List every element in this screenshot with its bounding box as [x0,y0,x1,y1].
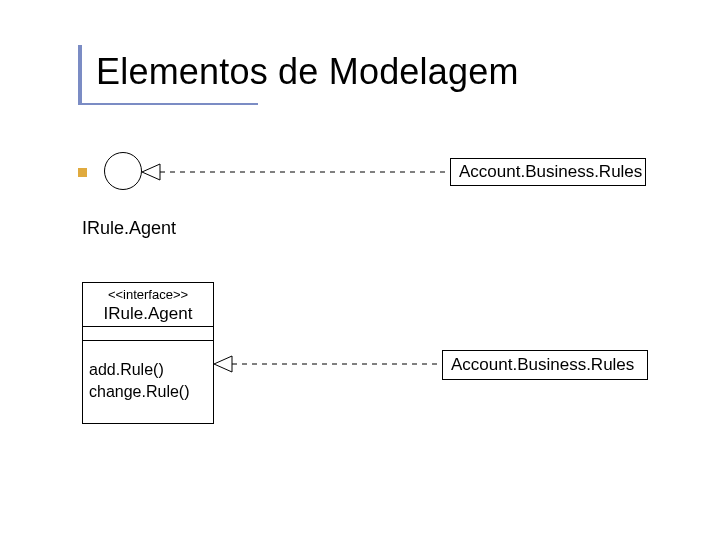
lollipop-interface-icon [104,152,142,190]
svg-marker-2 [214,356,232,372]
realization-arrow-top [142,160,450,200]
interface-header: <<interface>> IRule.Agent [83,283,213,327]
interface-attributes [83,327,213,341]
slide: Elementos de Modelagem Account.Business.… [0,0,720,540]
account-business-rules-label-2: Account.Business.Rules [443,351,647,375]
operation-item: change.Rule() [89,381,207,403]
realization-arrow-bottom [214,352,442,392]
account-business-rules-box-2: Account.Business.Rules [442,350,648,380]
account-business-rules-box-1: Account.Business.Rules [450,158,646,186]
title-underline [78,103,258,105]
title-accent [78,45,82,103]
operation-item: add.Rule() [89,359,207,381]
irule-agent-label: IRule.Agent [82,218,176,239]
title-bar: Elementos de Modelagem [78,45,638,103]
interface-name: IRule.Agent [87,302,209,324]
bullet-icon [78,168,87,177]
account-business-rules-label-1: Account.Business.Rules [451,159,645,182]
interface-operations: add.Rule() change.Rule() [83,341,213,423]
svg-marker-0 [142,164,160,180]
page-title: Elementos de Modelagem [96,51,519,93]
interface-stereotype: <<interface>> [87,287,209,302]
interface-class-box: <<interface>> IRule.Agent add.Rule() cha… [82,282,214,424]
